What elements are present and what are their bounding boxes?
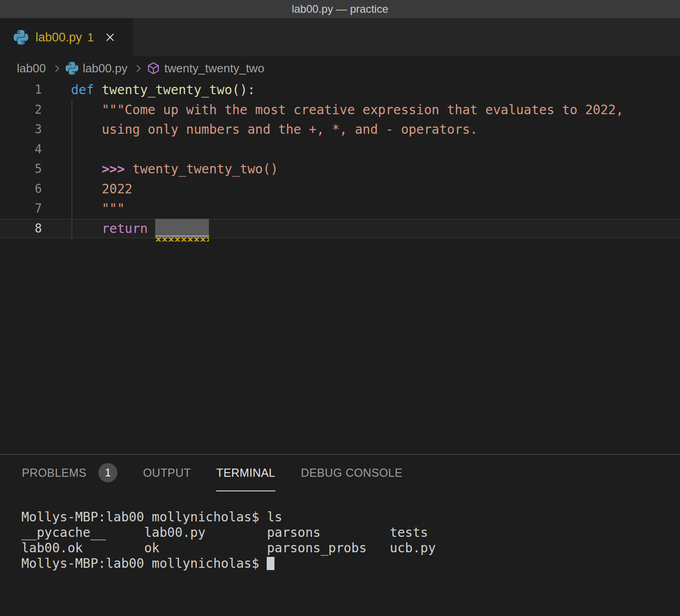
chevron-right-icon	[52, 65, 59, 72]
window-title: lab00.py — practice	[292, 3, 388, 15]
code-token	[148, 221, 156, 236]
panel-tab-label: TERMINAL	[216, 466, 275, 480]
terminal-text: Mollys-MBP:lab00 mollynicholas$	[21, 556, 267, 571]
chevron-right-icon	[134, 65, 141, 72]
code-token: def	[71, 82, 94, 97]
terminal-output[interactable]: Mollys-MBP:lab00 mollynicholas$ ls__pyca…	[0, 491, 680, 571]
panel-tab-label: DEBUG CONSOLE	[301, 466, 402, 480]
line-number: 3	[0, 120, 42, 140]
line-number: 8	[0, 219, 42, 239]
code-line[interactable]: 3 using only numbers and the +, *, and -…	[0, 120, 680, 140]
indent-guide	[71, 100, 72, 239]
code-line[interactable]: 5 >>> twenty_twenty_two()	[0, 159, 680, 179]
editor-lines: 1def twenty_twenty_two():2 """Come up wi…	[0, 80, 680, 238]
code-token: 2022	[101, 182, 132, 197]
cube-symbol-icon	[147, 62, 160, 75]
terminal-text: __pycache__ lab00.py parsons tests	[21, 525, 428, 540]
code-token: """	[101, 201, 125, 216]
code-token: twenty_twenty_two	[101, 82, 232, 97]
terminal-line: lab00.ok ok parsons_probs ucb.py	[21, 540, 680, 556]
code-line[interactable]: 2 """Come up with the most creative expr…	[0, 100, 680, 120]
code-token: >>>	[101, 162, 132, 177]
terminal-line: Mollys-MBP:lab00 mollynicholas$ ls	[21, 510, 680, 525]
code-line[interactable]: 4	[0, 140, 680, 160]
code-token	[71, 221, 101, 236]
terminal-line: Mollys-MBP:lab00 mollynicholas$	[21, 556, 680, 571]
panel-tab-output[interactable]: OUTPUT	[143, 455, 191, 491]
line-number: 6	[0, 179, 42, 199]
panel-tab-label: OUTPUT	[143, 466, 191, 480]
tab-strip: lab00.py 1	[0, 18, 680, 56]
tab-problem-count: 1	[87, 31, 94, 44]
panel-tab-problems[interactable]: PROBLEMS1	[22, 455, 117, 491]
terminal-text: lab00.ok ok parsons_probs ucb.py	[21, 540, 436, 555]
code-token	[71, 182, 101, 197]
code-token: """Come up with the most creative expres…	[101, 102, 623, 117]
terminal-cursor	[267, 557, 274, 570]
code-token: ():	[232, 82, 255, 97]
code-text: """Come up with the most creative expres…	[42, 100, 624, 120]
code-token	[71, 122, 101, 137]
breadcrumb-folder[interactable]: lab00	[17, 61, 46, 76]
code-line[interactable]: 8 return _______	[0, 219, 680, 239]
code-text: >>> twenty_twenty_two()	[42, 159, 278, 179]
code-token	[71, 162, 101, 177]
panel-tab-debug-console[interactable]: DEBUG CONSOLE	[301, 455, 402, 491]
panel-tab-label: PROBLEMS	[22, 466, 86, 480]
python-icon	[14, 30, 28, 45]
close-icon[interactable]	[104, 31, 117, 44]
breadcrumb-file[interactable]: lab00.py	[83, 61, 127, 76]
terminal-line: __pycache__ lab00.py parsons tests	[21, 525, 680, 540]
code-line[interactable]: 6 2022	[0, 179, 680, 199]
line-number: 7	[0, 199, 42, 219]
code-text: return _______	[42, 219, 209, 239]
line-number: 1	[0, 80, 42, 100]
bottom-panel: PROBLEMS1OUTPUTTERMINALDEBUG CONSOLE Mol…	[0, 454, 680, 615]
line-number: 5	[0, 159, 42, 179]
breadcrumb: lab00 lab00.py twenty_twenty_two	[0, 56, 680, 80]
terminal-text: Mollys-MBP:lab00 mollynicholas$ ls	[21, 510, 282, 525]
code-token	[71, 102, 101, 117]
editor-tab-lab00[interactable]: lab00.py 1	[0, 18, 133, 56]
titlebar: lab00.py — practice	[0, 0, 680, 18]
code-editor[interactable]: 1def twenty_twenty_two():2 """Come up wi…	[0, 80, 680, 454]
code-token: twenty_twenty_two()	[132, 162, 278, 177]
code-line[interactable]: 7 """	[0, 199, 680, 219]
code-text: """	[42, 199, 125, 219]
code-text: def twenty_twenty_two():	[42, 80, 255, 100]
code-token: return	[101, 221, 147, 236]
code-text	[42, 140, 71, 160]
breadcrumb-symbol[interactable]: twenty_twenty_two	[164, 61, 264, 76]
line-number: 4	[0, 140, 42, 160]
tab-filename: lab00.py	[36, 30, 82, 45]
code-text: using only numbers and the +, *, and - o…	[42, 120, 477, 140]
code-token	[71, 201, 101, 216]
code-text: 2022	[42, 179, 132, 199]
python-icon	[66, 62, 78, 75]
code-token	[94, 82, 102, 97]
code-line[interactable]: 1def twenty_twenty_two():	[0, 80, 680, 100]
panel-tab-terminal[interactable]: TERMINAL	[216, 455, 275, 491]
line-number: 2	[0, 100, 42, 120]
code-token: using only numbers and the +, *, and - o…	[101, 122, 477, 137]
panel-tabs: PROBLEMS1OUTPUTTERMINALDEBUG CONSOLE	[0, 455, 680, 491]
problems-badge: 1	[98, 463, 117, 482]
blank-placeholder[interactable]: _______	[155, 219, 209, 239]
